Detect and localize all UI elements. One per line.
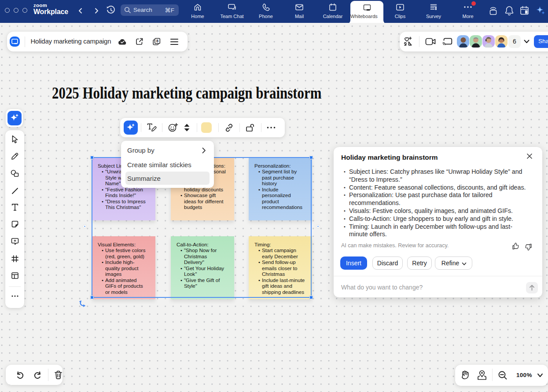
svg-text:8: 8 <box>156 39 158 43</box>
